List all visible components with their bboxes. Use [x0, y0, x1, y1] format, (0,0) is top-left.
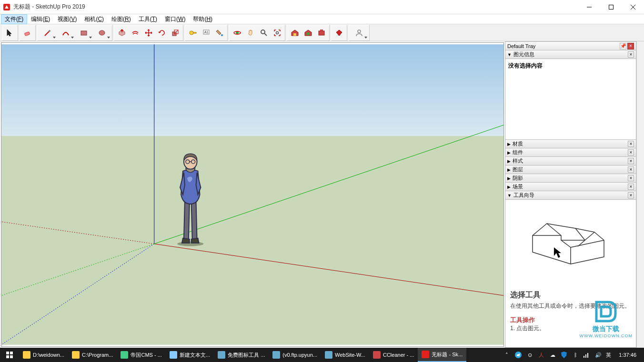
minimize-button[interactable]: [578, 0, 600, 14]
svg-rect-48: [272, 351, 280, 359]
panel-close-icon[interactable]: ×: [628, 192, 634, 198]
taskbar-item[interactable]: D:\weidown...: [19, 348, 68, 362]
line-tool[interactable]: [39, 26, 57, 39]
warehouse-tool[interactable]: [288, 26, 302, 39]
panel-close-icon[interactable]: ×: [628, 158, 634, 164]
tray-scrollbar[interactable]: [636, 41, 644, 348]
menu-help[interactable]: 帮助(H): [189, 14, 216, 24]
panel-style[interactable]: ▶样式×: [505, 157, 636, 166]
taskbar-item[interactable]: (v0.ftp.upyun...: [269, 348, 321, 362]
paint-tool[interactable]: [213, 26, 226, 39]
pan-tool[interactable]: [244, 26, 257, 39]
taskbar-item[interactable]: 免费图标工具 ...: [214, 348, 269, 362]
panel-close-icon[interactable]: ×: [628, 175, 634, 181]
tray-header[interactable]: Default Tray 📌 ×: [505, 41, 636, 50]
panel-scene[interactable]: ▶场景×: [505, 183, 636, 191]
taskbar-item[interactable]: 帝国CMS - ...: [117, 348, 165, 362]
taskbar-item[interactable]: C:\Program...: [68, 348, 117, 362]
taskbar-item[interactable]: WebSite-W...: [321, 348, 369, 362]
svg-rect-46: [170, 351, 177, 359]
user-account[interactable]: [350, 26, 368, 39]
tray-icon[interactable]: ⊙: [526, 351, 533, 359]
taskbar-item[interactable]: 无标题 - Sk...: [418, 348, 466, 362]
menu-window[interactable]: 窗口(W): [161, 14, 189, 24]
pin-icon[interactable]: 📌: [620, 43, 626, 49]
svg-rect-45: [121, 351, 128, 359]
text-tool[interactable]: A1: [200, 26, 213, 39]
menu-tools[interactable]: 工具(T): [135, 14, 161, 24]
menu-draw[interactable]: 绘图(R): [108, 14, 135, 24]
svg-rect-5: [24, 31, 30, 36]
default-tray: Default Tray 📌 × ▼ 图元信息 × 没有选择内容 ▶材质× ▶组…: [505, 41, 636, 348]
eraser-tool[interactable]: [21, 26, 34, 39]
svg-rect-53: [584, 356, 584, 358]
start-button[interactable]: [0, 348, 19, 362]
pushpull-tool[interactable]: [115, 26, 129, 39]
expand-icon: ▼: [507, 52, 512, 57]
panel-close-icon[interactable]: ×: [628, 141, 634, 147]
svg-rect-24: [320, 29, 323, 31]
warehouse-3d-tool[interactable]: [302, 26, 315, 39]
entity-info-body: 没有选择内容: [505, 59, 636, 140]
zoom-extents-tool[interactable]: [271, 26, 284, 39]
svg-rect-23: [319, 31, 324, 35]
ruby-tool[interactable]: [332, 26, 346, 39]
select-tool[interactable]: [3, 26, 17, 39]
offset-tool[interactable]: [129, 26, 142, 39]
volume-icon[interactable]: 🔊: [594, 351, 602, 359]
clock[interactable]: 1:37:46: [615, 352, 640, 358]
rotate-tool[interactable]: [155, 26, 169, 39]
instructor-illustration: [510, 205, 631, 281]
shield-icon[interactable]: [560, 351, 568, 359]
orbit-tool[interactable]: [231, 26, 244, 39]
panel-entity-info[interactable]: ▼ 图元信息 ×: [505, 50, 636, 59]
panel-component[interactable]: ▶组件×: [505, 148, 636, 157]
panel-close-icon[interactable]: ×: [628, 184, 634, 190]
ime-indicator[interactable]: 英: [606, 352, 611, 359]
3d-viewport[interactable]: [1, 42, 504, 347]
panel-close-icon[interactable]: ×: [628, 51, 634, 58]
tape-tool[interactable]: [186, 26, 200, 39]
close-button[interactable]: [622, 0, 644, 14]
onedrive-icon[interactable]: ☁: [549, 351, 556, 359]
telegram-icon[interactable]: [514, 351, 522, 359]
tray-close-icon[interactable]: ×: [627, 43, 634, 49]
svg-rect-27: [1, 136, 503, 345]
network-icon[interactable]: [583, 351, 591, 359]
svg-rect-50: [373, 351, 381, 359]
panel-material[interactable]: ▶材质×: [505, 140, 636, 148]
rectangle-tool[interactable]: [75, 26, 93, 39]
move-tool[interactable]: [142, 26, 155, 39]
menu-file[interactable]: 文件(F): [1, 14, 27, 24]
window-title: 无标题 - SketchUp Pro 2019: [13, 3, 578, 11]
instructor-op-step: 1. 点击图元。: [510, 324, 631, 333]
svg-point-22: [307, 32, 310, 35]
arc-tool[interactable]: [57, 26, 75, 39]
circle-tool[interactable]: [93, 26, 111, 39]
svg-rect-39: [6, 352, 9, 354]
menu-view[interactable]: 视图(V): [54, 14, 80, 24]
panel-layer[interactable]: ▶图层×: [505, 166, 636, 174]
scale-tool[interactable]: [169, 26, 182, 39]
panel-close-icon[interactable]: ×: [628, 166, 634, 173]
svg-text:A1: A1: [204, 30, 209, 34]
zoom-tool[interactable]: [257, 26, 271, 39]
extension-tool[interactable]: [315, 26, 328, 39]
panel-close-icon[interactable]: ×: [628, 149, 634, 156]
svg-point-20: [276, 31, 279, 34]
menu-camera[interactable]: 相机(C): [80, 14, 108, 24]
tray-up-icon[interactable]: ˄: [503, 351, 511, 359]
taskbar: D:\weidown...C:\Program...帝国CMS - ...新建文…: [0, 348, 644, 362]
taskbar-item[interactable]: 新建文本文...: [166, 348, 214, 362]
bluetooth-icon[interactable]: ᛒ: [572, 351, 579, 359]
menu-edit[interactable]: 编辑(E): [27, 14, 54, 24]
expand-icon: ▼: [507, 193, 512, 198]
system-tray: ˄ ⊙ 人 ☁ ᛒ 🔊 英 1:37:46: [499, 351, 644, 359]
panel-shadow[interactable]: ▶阴影×: [505, 174, 636, 183]
tray-icon[interactable]: 人: [537, 351, 545, 359]
taskbar-item[interactable]: CCleaner - ...: [369, 348, 418, 362]
maximize-button[interactable]: [600, 0, 622, 14]
panel-instructor[interactable]: ▼ 工具向导 ×: [505, 191, 636, 200]
viewport-scene: [1, 43, 503, 346]
svg-point-25: [358, 30, 361, 33]
